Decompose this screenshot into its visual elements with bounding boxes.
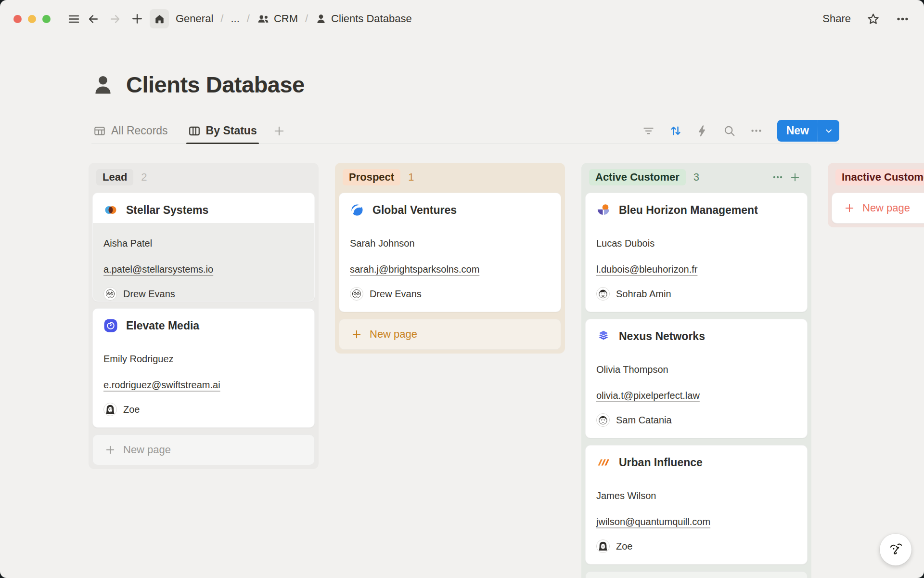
breadcrumb: General / ... / CRM / Clients Database <box>174 11 414 26</box>
contact-email-link[interactable]: olivia.t@pixelperfect.law <box>596 390 700 401</box>
client-card-global-ventures[interactable]: Global VenturesSarah Johnsonsarah.j@brig… <box>339 193 561 312</box>
hamburger-icon <box>67 13 80 26</box>
column-header: Prospect1 <box>339 167 561 188</box>
add-view-button[interactable] <box>272 124 286 138</box>
chevron-down-icon <box>824 126 834 136</box>
home-icon <box>154 13 165 25</box>
minimize-window-button[interactable] <box>28 15 36 23</box>
new-page-button[interactable] <box>585 571 808 578</box>
close-window-button[interactable] <box>13 15 22 23</box>
status-badge[interactable]: Prospect <box>343 169 400 185</box>
avatar-zoe <box>596 539 610 553</box>
contact-email-link[interactable]: sarah.j@brightsparksolns.com <box>350 264 479 275</box>
new-page-button[interactable]: New page <box>92 434 315 465</box>
owner-row: Drew Evans <box>350 287 550 301</box>
zoom-window-button[interactable] <box>42 15 51 23</box>
sort-button[interactable] <box>666 121 686 141</box>
status-badge[interactable]: Lead <box>96 169 133 185</box>
forward-button[interactable] <box>105 9 125 28</box>
plus-icon <box>130 12 144 26</box>
client-card-elevate-media[interactable]: Elevate MediaEmily Rodrigueze.rodriguez@… <box>92 308 315 428</box>
breadcrumb-item-crm[interactable]: CRM <box>255 11 300 26</box>
contact-email-link[interactable]: jwilson@quantumquill.com <box>596 516 710 527</box>
add-card-button[interactable] <box>786 169 804 186</box>
status-badge[interactable]: Active Customer <box>589 169 686 185</box>
column-header: Active Customer3 <box>585 167 808 188</box>
owner-row: Zoe <box>596 539 796 553</box>
owner-row: Drew Evans <box>103 287 304 301</box>
back-button[interactable] <box>83 9 103 28</box>
ai-face-icon <box>886 539 906 560</box>
breadcrumb-item-collapsed[interactable]: ... <box>229 11 241 26</box>
new-record-dropdown-button[interactable] <box>818 120 839 142</box>
breadcrumb-separator: / <box>305 13 308 25</box>
contact-email-link[interactable]: a.patel@stellarsystems.io <box>103 264 213 275</box>
tab-label: All Records <box>111 124 168 137</box>
breadcrumb-item-general[interactable]: General <box>174 11 215 26</box>
avatar-sohrab <box>596 287 610 301</box>
new-page-button[interactable]: New page <box>339 319 561 350</box>
sidebar-menu-button[interactable] <box>64 9 83 28</box>
home-button[interactable] <box>150 9 169 28</box>
owner-name: Drew Evans <box>370 289 422 300</box>
avatar-sam <box>596 413 610 427</box>
window-controls <box>13 15 51 23</box>
favorite-button[interactable] <box>866 12 880 26</box>
column-options-button[interactable] <box>769 169 786 186</box>
breadcrumb-item-clients-database[interactable]: Clients Database <box>313 11 414 26</box>
status-badge[interactable]: Inactive Customer <box>835 169 924 185</box>
swoosh-logo-icon <box>350 203 364 217</box>
client-card-nexus-networks[interactable]: Nexus NetworksOlivia Thompsonolivia.t@pi… <box>585 319 808 438</box>
tab-all-records[interactable]: All Records <box>91 118 170 144</box>
window-titlebar: General / ... / CRM / Clients Database S… <box>0 0 924 38</box>
owner-name: Sam Catania <box>616 415 672 426</box>
kanban-board: Lead2Stellar SystemsAisha Patela.patel@s… <box>89 163 924 578</box>
people-icon <box>257 13 270 25</box>
board-column-inactive-customer: Inactive CustomerNew page <box>828 163 924 227</box>
board-column-lead: Lead2Stellar SystemsAisha Patela.patel@s… <box>89 163 319 469</box>
share-button[interactable]: Share <box>822 13 851 25</box>
breadcrumb-label: Clients Database <box>331 13 412 25</box>
column-count: 1 <box>408 171 414 184</box>
filter-button[interactable] <box>639 121 659 141</box>
ellipsis-icon <box>896 12 910 26</box>
column-header: Lead2 <box>92 167 315 188</box>
automation-button[interactable] <box>693 121 713 141</box>
card-company-name: Nexus Networks <box>619 330 705 343</box>
lightning-icon <box>696 124 709 137</box>
page-title: Clients Database <box>126 71 305 98</box>
board-column-active-customer: Active Customer3Bleu Horizon ManagementL… <box>581 163 811 578</box>
card-company-name: Stellar Systems <box>126 204 208 217</box>
column-header: Inactive Customer <box>832 167 924 188</box>
page-options-button[interactable] <box>896 12 910 26</box>
contact-name: Aisha Patel <box>103 237 304 249</box>
avatar-drew <box>350 287 363 301</box>
search-button[interactable] <box>719 121 740 141</box>
venn-logo-icon <box>103 203 118 217</box>
client-card-bleu-horizon-management[interactable]: Bleu Horizon ManagementLucas Duboisl.dub… <box>585 193 808 312</box>
new-tab-button[interactable] <box>128 9 147 28</box>
person-icon <box>91 73 115 96</box>
board-column-prospect: Prospect1Global VenturesSarah Johnsonsar… <box>335 163 565 354</box>
card-company-name: Global Ventures <box>372 204 457 217</box>
contact-name: Lucas Dubois <box>596 237 796 249</box>
more-icon <box>750 124 763 137</box>
contact-name: Sarah Johnson <box>350 237 550 249</box>
client-card-urban-influence[interactable]: Urban InfluenceJames Wilsonjwilson@quant… <box>585 445 808 565</box>
new-record-button[interactable]: New <box>777 120 818 142</box>
column-count: 3 <box>693 171 699 184</box>
client-card-stellar-systems[interactable]: Stellar SystemsAisha Patela.patel@stella… <box>92 193 315 302</box>
page-header: Clients Database <box>91 71 924 98</box>
plus-icon <box>272 124 286 138</box>
notion-ai-button[interactable] <box>880 534 911 565</box>
contact-email-link[interactable]: e.rodriguez@swiftstream.ai <box>103 380 220 390</box>
sort-icon <box>669 124 682 137</box>
card-company-name: Bleu Horizon Management <box>619 204 758 217</box>
contact-email-link[interactable]: l.dubois@bleuhorizon.fr <box>596 264 697 275</box>
tab-by-status[interactable]: By Status <box>186 118 259 144</box>
view-toolbar: New <box>639 120 839 142</box>
breadcrumb-separator: / <box>247 13 250 25</box>
view-options-button[interactable] <box>746 121 767 141</box>
layers-logo-icon <box>596 329 611 343</box>
new-page-button[interactable]: New page <box>832 193 924 223</box>
